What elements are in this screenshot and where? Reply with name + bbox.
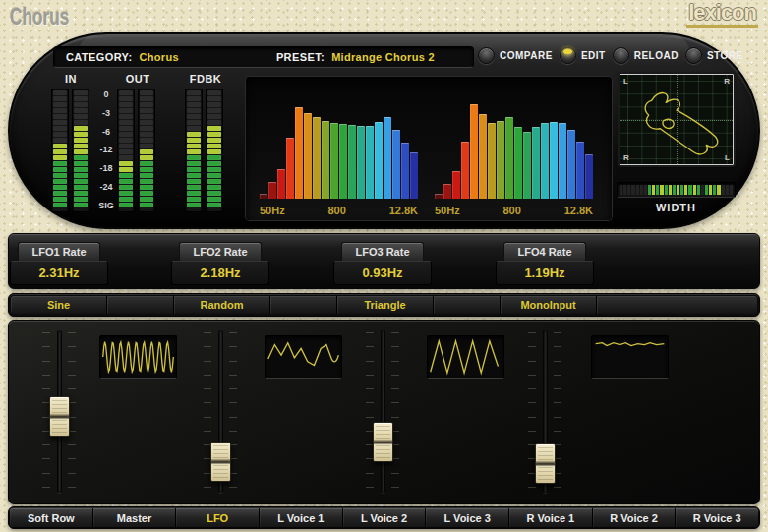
category-value[interactable]: Chorus: [140, 51, 179, 63]
spectrum-bar: [443, 184, 451, 199]
lfo4-rate-value[interactable]: 1.19Hz: [496, 261, 594, 285]
meter-segment: [74, 191, 88, 196]
meter-segment: [53, 90, 67, 95]
meter-segment: [187, 155, 201, 160]
lfo2-rate-cell: LFO2 Rate2.18Hz: [171, 242, 269, 285]
strip-segment: [270, 296, 337, 314]
meter-segment: [53, 144, 67, 148]
tab-l-voice-3[interactable]: L Voice 3: [426, 508, 509, 527]
lfo1-rate-cell: LFO1 Rate2.31Hz: [10, 242, 108, 285]
tab-lfo[interactable]: LFO: [176, 508, 260, 527]
fader-ticks: [366, 332, 374, 488]
meter-segment: [53, 179, 67, 184]
reload-button[interactable]: [613, 47, 629, 64]
width-segment: [648, 185, 651, 195]
lfo3-rate-value[interactable]: 0.93Hz: [333, 261, 432, 285]
tick-mark: [204, 402, 211, 403]
tab-l-voice-2[interactable]: L Voice 2: [343, 508, 427, 527]
meter-segment: [187, 126, 201, 131]
tick-mark: [68, 361, 76, 362]
fader-handle-1[interactable]: [49, 396, 70, 437]
tick-mark: [554, 332, 561, 333]
store-button-label: STORE: [707, 50, 743, 61]
tick-mark: [554, 417, 561, 418]
tick-mark: [229, 417, 237, 418]
spectrum-bar: [348, 125, 356, 199]
spectrum-bars: [260, 96, 418, 199]
lfo2-rate-value[interactable]: 2.18Hz: [171, 261, 269, 285]
meter-segment: [187, 102, 201, 107]
tab-r-voice-3[interactable]: R Voice 3: [676, 508, 758, 527]
meter-segment: [140, 155, 153, 160]
waveform-select-triangle[interactable]: Triangle: [337, 296, 434, 314]
lfo4-rate-cell: LFO4 Rate1.19Hz: [496, 242, 594, 285]
fader-track-3[interactable]: [381, 330, 385, 493]
meter-label-in: IN: [51, 73, 90, 85]
meter-segment: [207, 126, 221, 131]
waveform-select-random[interactable]: Random: [174, 296, 270, 314]
preset-label: PRESET:: [276, 51, 325, 63]
preset-value[interactable]: Midrange Chorus 2: [331, 51, 435, 63]
fader-handle-4[interactable]: [535, 443, 556, 484]
width-segment: [636, 185, 639, 195]
meter-segment: [119, 96, 133, 101]
scale-label: -12: [99, 146, 112, 154]
width-segment: [680, 185, 683, 195]
freq-label: 50Hz: [435, 205, 460, 216]
scale-label: -18: [99, 164, 112, 173]
width-segment: [669, 185, 672, 195]
store-button[interactable]: [685, 47, 702, 64]
spectrum-bar: [479, 114, 487, 199]
lfo1-rate-value[interactable]: 2.31Hz: [10, 261, 108, 285]
meter-fdbk-left: [185, 89, 203, 212]
tick-mark: [42, 487, 50, 488]
tab-r-voice-1[interactable]: R Voice 1: [509, 508, 593, 527]
waveform-select-monoinput[interactable]: MonoInput: [501, 296, 597, 314]
plugin-window: Chorus lexicon CATEGORY: Chorus PRESET: …: [0, 0, 768, 532]
spectrum-bar: [401, 143, 409, 199]
gonio-corner-label: R: [623, 153, 629, 162]
meter-segment: [187, 108, 201, 113]
tick-mark: [391, 417, 399, 418]
meter-segment: [140, 108, 153, 113]
tick-mark: [229, 375, 237, 376]
tick-mark: [42, 388, 50, 389]
waveform-select-sine[interactable]: Sine: [11, 296, 107, 314]
meter-segment: [53, 120, 67, 125]
meter-segment: [119, 138, 133, 143]
tick-mark: [68, 473, 76, 474]
strip-segment: [107, 296, 174, 314]
meter-segment: [119, 114, 133, 119]
tick-mark: [68, 487, 76, 488]
spectrum-bar: [339, 124, 347, 199]
tab-master[interactable]: Master: [93, 508, 177, 527]
meter-in-right: [72, 89, 89, 212]
compare-button[interactable]: [478, 47, 495, 64]
tick-mark: [391, 375, 399, 376]
meter-segment: [119, 191, 133, 196]
tick-mark: [229, 388, 237, 389]
width-segment: [709, 185, 712, 195]
tick-mark: [42, 444, 50, 445]
compare-button-label: COMPARE: [500, 50, 553, 61]
tick-mark: [528, 375, 536, 376]
tick-mark: [366, 388, 374, 389]
edit-button[interactable]: [560, 47, 576, 64]
tick-mark: [554, 487, 561, 488]
fader-handle-3[interactable]: [373, 422, 393, 462]
tick-mark: [42, 375, 50, 376]
tab-r-voice-2[interactable]: R Voice 2: [593, 508, 677, 527]
tab-soft-row[interactable]: Soft Row: [10, 508, 93, 527]
width-segment: [656, 185, 659, 195]
width-segment: [705, 185, 708, 195]
meter-segment: [119, 108, 133, 113]
tab-l-voice-1[interactable]: L Voice 1: [260, 508, 343, 527]
tick-mark: [528, 487, 536, 488]
freq-label: 12.8K: [389, 205, 418, 216]
spectrum-bar: [452, 171, 460, 199]
meter-segment: [140, 132, 153, 137]
fader-handle-2[interactable]: [210, 442, 231, 482]
meter-segment: [53, 203, 67, 207]
tick-mark: [366, 473, 374, 474]
spectrum-bar: [410, 152, 418, 199]
